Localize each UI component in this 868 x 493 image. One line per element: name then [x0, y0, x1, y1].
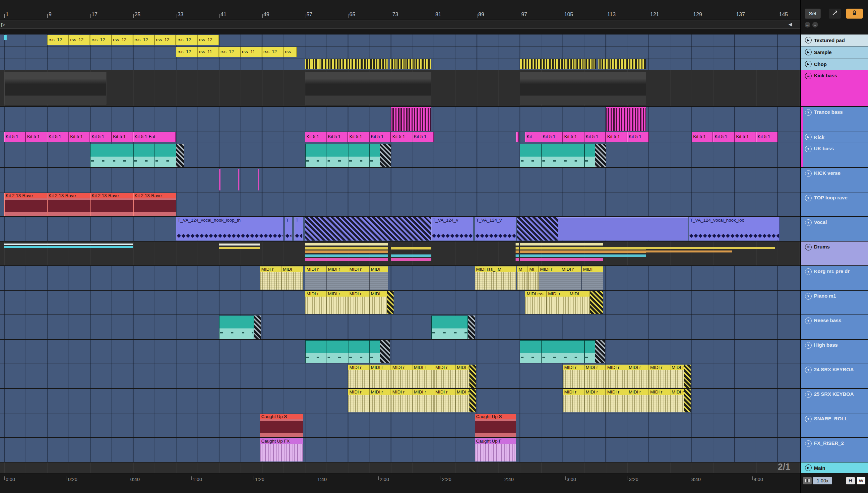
clip-pinkstripes[interactable]: [606, 107, 646, 131]
arrow-right-button[interactable]: →: [812, 22, 818, 27]
clip-kit-5-1[interactable]: Kit 5 1: [412, 132, 434, 142]
lane-24-srx-keyboa[interactable]: MIDI rMIDI rMIDI rMIDI rMIDI rMIDI rMIDI…: [0, 364, 800, 389]
clip-rss-12[interactable]: rss_12: [47, 35, 69, 45]
track-header-kick-verse[interactable]: ▼KICK verse: [801, 168, 868, 192]
clip-mi[interactable]: MI: [528, 266, 539, 290]
clip-kit-5-1[interactable]: Kit 5 1: [112, 132, 133, 142]
lane-sample[interactable]: rss_12rss_11rss_12rss_11rss_12rss_: [0, 46, 800, 58]
clip-strips[interactable]: [516, 241, 519, 265]
lane-kick-verse[interactable]: [0, 168, 800, 192]
clip-caught-up-fx[interactable]: Caught Up FX: [260, 438, 303, 462]
clip-caught-up-f[interactable]: Caught Up F: [475, 438, 516, 462]
clip-purpsolid[interactable]: [558, 217, 688, 240]
clip-pb[interactable]: [516, 132, 519, 142]
clip-kit-2-13-rave[interactable]: Kit 2 13-Rave: [47, 193, 91, 216]
clip-hatchdark[interactable]: [176, 144, 184, 167]
clip-hatchdark[interactable]: [254, 316, 261, 339]
unfold-icon[interactable]: ▼: [805, 195, 812, 201]
unfold-icon[interactable]: ▼: [805, 293, 812, 300]
clip-midi-r[interactable]: MIDI r: [370, 365, 391, 388]
unfold-icon[interactable]: ▼: [805, 342, 812, 349]
lane-textured-pad[interactable]: rss_12rss_12rss_12rss_12rss_12rss_12rss_…: [0, 35, 800, 46]
set-button[interactable]: Set: [805, 8, 821, 19]
clip-midi-r[interactable]: MIDI r: [391, 389, 412, 412]
clip-midi-r[interactable]: MIDI r: [585, 365, 606, 388]
clip-hatchyellow[interactable]: [684, 365, 691, 388]
clip-kit-5-1[interactable]: Kit 5 1: [326, 132, 348, 142]
clip-teal[interactable]: [305, 340, 380, 363]
unfold-icon[interactable]: ▼: [805, 367, 812, 373]
clip-teal[interactable]: [90, 144, 176, 167]
loop-end-marker[interactable]: ◀: [789, 21, 792, 27]
lane-uk-bass[interactable]: [0, 143, 800, 168]
clip-kit-5-1[interactable]: Kit 5 1: [348, 132, 370, 142]
clip-hatchdark[interactable]: [380, 144, 391, 167]
clip-midi-r[interactable]: MIDI r: [456, 389, 470, 412]
clip-midi-r[interactable]: MIDI r: [412, 365, 434, 388]
clip-purphatch[interactable]: [517, 217, 558, 240]
clip-teal[interactable]: [305, 144, 380, 167]
unfold-icon[interactable]: ▼: [805, 318, 812, 324]
clip-chop[interactable]: [305, 59, 388, 69]
clip-purphatch[interactable]: [305, 217, 431, 240]
play-icon[interactable]: ▶: [805, 37, 812, 43]
track-header-uk-bass[interactable]: ▼UK bass: [801, 143, 868, 168]
clip-midi[interactable]: MIDI: [370, 291, 388, 314]
clip-rss-12[interactable]: rss_12: [133, 35, 155, 45]
clip-kit-5-1[interactable]: Kit 5 1: [370, 132, 391, 142]
clip-midi-r[interactable]: MIDI r: [434, 365, 456, 388]
lane-top-loop-rave[interactable]: Kit 2 13-RaveKit 2 13-RaveKit 2 13-RaveK…: [0, 192, 800, 217]
clip-midi-r[interactable]: MIDI r: [456, 365, 470, 388]
clip-strips[interactable]: [603, 241, 646, 265]
clip-t-va-124-v[interactable]: T_VA_124_v◆◆◆◆◆◆◆◆◆◆◆◆◆◆: [475, 217, 516, 240]
clip-kit-5-1[interactable]: Kit 5 1: [563, 132, 585, 142]
clip-midi-r[interactable]: MIDI r: [539, 266, 560, 290]
track-header-kick-bass[interactable]: ≡Kick bass: [801, 70, 868, 107]
track-header-drums[interactable]: ≡Drums: [801, 241, 868, 266]
lane-25-srx-keyboa[interactable]: MIDI rMIDI rMIDI rMIDI rMIDI rMIDI rMIDI…: [0, 389, 800, 413]
clip-teal[interactable]: [520, 340, 595, 363]
track-header-korg-m1-pre-dr[interactable]: ▼Korg m1 pre dr: [801, 266, 868, 291]
zoom-level-badge[interactable]: 1.00x: [813, 477, 832, 485]
clip-chop[interactable]: [520, 59, 596, 69]
clip-midi-r[interactable]: MIDI r: [670, 389, 684, 412]
clip-midi-r[interactable]: MIDI r: [391, 365, 412, 388]
time-ruler[interactable]: 0:000:200:401:001:201:402:002:202:403:00…: [0, 474, 800, 493]
clip-midi-r[interactable]: MIDI r: [649, 365, 670, 388]
track-header-top-loop-rave[interactable]: ▼TOP loop rave: [801, 192, 868, 217]
clip-rss-12[interactable]: rss_12: [112, 35, 133, 45]
clip-t[interactable]: T◆◆◆: [294, 217, 303, 240]
clip-rss-12[interactable]: rss_12: [90, 35, 112, 45]
clip-rss-12[interactable]: rss_12: [219, 47, 241, 57]
clip-cy[interactable]: [4, 35, 7, 40]
track-header-24-srx-keyboa[interactable]: ▼24 SRX KEYBOA: [801, 364, 868, 389]
clip-midi-r[interactable]: MIDI r: [606, 365, 627, 388]
clip-kit-2-13-rave[interactable]: Kit 2 13-Rave: [90, 193, 133, 216]
clip-t-va-124-vocal-hook-loop-th[interactable]: T_VA_124_vocal_hook_loop_th◆◆◆◆◆◆◆◆◆◆◆◆◆…: [176, 217, 283, 240]
clip-midi-r[interactable]: MIDI r: [260, 266, 281, 290]
clip-hatchdark[interactable]: [595, 340, 605, 363]
lane-kick-bass[interactable]: [0, 70, 800, 107]
clip-hatchyellow[interactable]: [470, 365, 476, 388]
clip-midi-r[interactable]: MIDI r: [606, 389, 627, 412]
arrow-left-button[interactable]: ←: [805, 22, 810, 27]
midi-editor-icon[interactable]: [803, 477, 812, 485]
track-header-fx-riser-2[interactable]: ▼FX_RISER_2: [801, 438, 868, 463]
clip-rss-12[interactable]: rss_12: [176, 47, 198, 57]
track-header-high-bass[interactable]: ▼High bass: [801, 340, 868, 364]
clip-kit-5-1[interactable]: Kit 5 1: [692, 132, 713, 142]
clip-teal[interactable]: [520, 144, 595, 167]
clip-midi-r[interactable]: MIDI r: [348, 365, 370, 388]
clip-strips[interactable]: [646, 241, 775, 265]
play-icon[interactable]: ▶: [805, 61, 812, 67]
clip-midi[interactable]: MIDI: [568, 291, 590, 314]
clip-pinksliver[interactable]: [219, 169, 221, 190]
clip-kit-5-1[interactable]: Kit 5 1: [4, 132, 26, 142]
track-header-chop[interactable]: ▶Chop: [801, 58, 868, 70]
clip-pinksliver[interactable]: [238, 169, 239, 190]
lane-snare-roll[interactable]: Caught Up SCaught Up S: [0, 413, 800, 438]
lane-main[interactable]: [0, 463, 800, 474]
clip-kit-5-1[interactable]: Kit 5 1: [26, 132, 47, 142]
clip-kit-5-1[interactable]: Kit 5 1: [305, 132, 326, 142]
clip-kit-5-1[interactable]: Kit 5 1: [542, 132, 563, 142]
